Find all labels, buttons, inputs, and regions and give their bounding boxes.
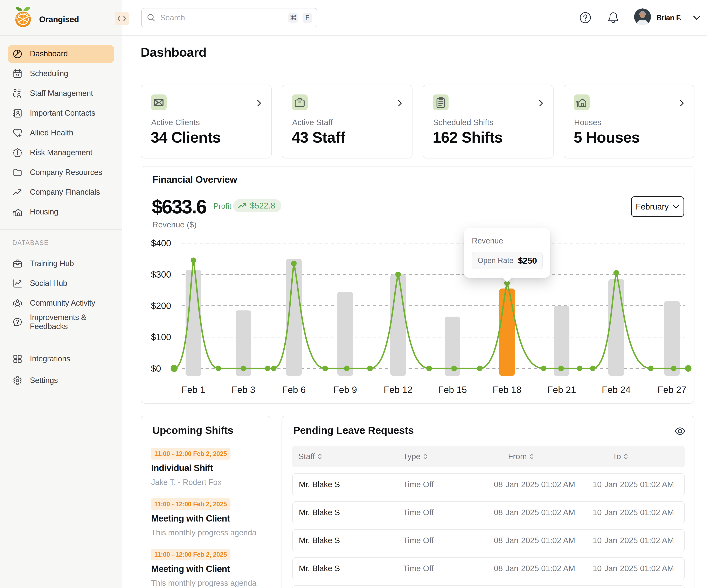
leave-row[interactable]: Mr. Blake STime Off08-Jan-2025 01:02 AM1…: [292, 557, 685, 579]
tooltip-value-box: Open Rate $250: [472, 252, 543, 269]
leave-column-to[interactable]: To: [587, 452, 685, 461]
leave-column-staff[interactable]: Staff: [292, 452, 397, 461]
revenue-chart[interactable]: $0$100$200$300$400Feb 1Feb 3Feb 6Feb 9Fe…: [141, 167, 695, 404]
page-divider: [122, 71, 707, 71]
data-point: [590, 366, 596, 371]
notifications-button[interactable]: [607, 11, 619, 24]
f-key-label: F: [303, 13, 312, 23]
leave-column-from[interactable]: From: [489, 452, 587, 461]
leave-column-type[interactable]: Type: [397, 452, 489, 461]
chart-tooltip: Revenue Open Rate $250: [464, 228, 550, 278]
sidebar-section-label: DATABASE: [12, 239, 49, 247]
leave-staff: Mr. Blake S: [293, 508, 397, 517]
bar-highlighted: [499, 289, 515, 376]
sidebar-item-risk-management[interactable]: Risk Management: [8, 144, 114, 162]
housing-icon: [12, 207, 23, 217]
stat-card-active-staff[interactable]: Active Staff43 Staff: [282, 84, 413, 158]
stat-icon-box: [292, 95, 308, 110]
sidebar-item-integrations[interactable]: Integrations: [8, 350, 114, 368]
shift-item[interactable]: 11:00 - 12:00 Feb 2, 2025Individual Shif…: [151, 448, 262, 489]
stat-value: 34 Clients: [151, 128, 221, 146]
house-icon: [576, 97, 587, 108]
sidebar-item-improvements-feedbacks[interactable]: Improvements & Feedbacks: [8, 310, 114, 334]
data-point: [541, 366, 546, 371]
x-tick-label: Feb 1: [181, 384, 205, 395]
data-point: [322, 366, 328, 371]
leave-row[interactable]: Mr. Blake STime Off08-Jan-2025 01:02 AM1…: [292, 529, 685, 551]
stat-value: 43 Staff: [292, 128, 345, 146]
x-tick-label: Feb 9: [333, 384, 357, 395]
sidebar-item-company-financials[interactable]: Company Financials: [8, 183, 114, 201]
sidebar-item-staff-management[interactable]: Staff Management: [8, 84, 114, 103]
leave-column-label: To: [612, 452, 621, 461]
sort-icon: [530, 453, 534, 460]
bell-icon: [607, 11, 619, 24]
shift-item[interactable]: 11:00 - 12:00 Feb 2, 2025Meeting with Cl…: [151, 549, 262, 588]
leave-staff: Mr. Blake S: [293, 536, 397, 545]
sidebar-item-label: Integrations: [30, 355, 70, 363]
search-input[interactable]: Search ⌘ F: [141, 8, 317, 27]
staff-management-icon: [12, 88, 23, 98]
sidebar-collapse-button[interactable]: [115, 12, 129, 25]
sidebar-item-scheduling[interactable]: 31Scheduling: [8, 65, 114, 83]
sidebar-item-dashboard[interactable]: Dashboard: [8, 45, 114, 63]
leave-to: 10-Jan-2025 01:02 AM: [587, 536, 684, 545]
y-tick-label: $400: [151, 238, 171, 248]
avatar-image: [634, 8, 651, 25]
x-tick-label: Feb 6: [282, 384, 306, 395]
contacts-icon: [12, 108, 23, 118]
data-point: [648, 366, 654, 371]
sidebar-item-important-contacts[interactable]: Important Contacts: [8, 104, 114, 122]
chevron-right-icon: [397, 99, 403, 108]
sort-icon: [530, 453, 534, 460]
sidebar-item-company-resources[interactable]: Company Resources: [8, 163, 114, 182]
sidebar-item-training-hub[interactable]: Training Hub: [8, 255, 114, 273]
clipboard-icon: [435, 97, 447, 108]
data-point: [291, 261, 297, 266]
leave-column-label: Staff: [298, 452, 315, 461]
data-point: [191, 257, 196, 263]
x-tick-label: Feb 3: [232, 384, 255, 395]
stat-card-houses[interactable]: Houses5 Houses: [564, 84, 695, 158]
leave-row[interactable]: Mr. Blake STime Off08-Jan-2025 01:02 AM1…: [292, 501, 685, 523]
leave-row[interactable]: Mr. Blake STime Off08-Jan-2025 01:02 AM1…: [292, 473, 685, 495]
help-button[interactable]: [579, 12, 591, 24]
data-point: [344, 366, 349, 371]
leave-from: 08-Jan-2025 01:02 AM: [489, 564, 587, 573]
sidebar-divider-1: [0, 229, 122, 230]
stat-value: 5 Houses: [574, 128, 640, 146]
leave-row[interactable]: Mr. Blake STime Off08-Jan-2025 01:02 AM1…: [292, 585, 685, 588]
sidebar-divider-2: [0, 340, 122, 340]
integrations-icon: [12, 354, 23, 364]
tooltip-label: Open Rate: [478, 256, 513, 265]
leave-to: 10-Jan-2025 01:02 AM: [587, 480, 684, 489]
feedbacks-icon: [12, 317, 23, 327]
avatar[interactable]: [634, 8, 651, 25]
bar: [608, 279, 624, 376]
y-tick-label: $100: [151, 332, 171, 342]
chevron-right-icon: [679, 99, 685, 108]
data-point: [685, 365, 692, 372]
shift-item[interactable]: 11:00 - 12:00 Feb 2, 2025Meeting with Cl…: [151, 498, 262, 540]
sidebar-item-social-hub[interactable]: Social Hub: [8, 274, 114, 292]
brand-name: Orangised: [39, 15, 79, 24]
stat-icon-box: [151, 95, 167, 110]
sidebar-item-community-activity[interactable]: Community Activity: [8, 294, 114, 312]
view-leave-button[interactable]: [675, 427, 685, 436]
stat-card-active-clients[interactable]: Active Clients34 Clients: [141, 84, 272, 158]
settings-icon: [12, 376, 23, 385]
sidebar-item-settings[interactable]: Settings: [8, 371, 114, 390]
stat-card-scheduled-shifts[interactable]: Scheduled Shifts162 Shifts: [423, 84, 553, 158]
envelope-icon: [153, 97, 165, 108]
sidebar-item-label: Community Activity: [30, 299, 95, 308]
user-menu-button[interactable]: [693, 15, 700, 20]
chevron-right-icon: [256, 99, 262, 108]
sidebar-item-housing[interactable]: Housing: [8, 203, 114, 221]
eye-icon: [675, 427, 685, 436]
sidebar: ORANGISED Orangised Dashboard31Schedulin…: [0, 0, 122, 588]
user-name: Brian F.: [656, 13, 681, 22]
shift-name: Meeting with Client: [151, 513, 230, 523]
sidebar-item-allied-health[interactable]: Allied Health: [8, 124, 114, 142]
sidebar-item-label: Dashboard: [30, 49, 68, 59]
training-hub-icon: [12, 259, 23, 268]
